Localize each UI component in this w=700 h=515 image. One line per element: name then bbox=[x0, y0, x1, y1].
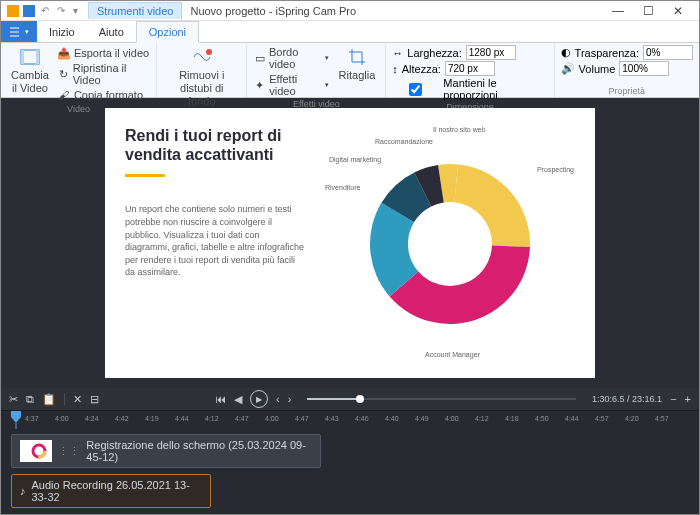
home-menu-button[interactable]: ▾ bbox=[1, 21, 37, 42]
tab-inizio[interactable]: Inizio bbox=[37, 21, 87, 42]
mantieni-label: Mantieni le proporzioni bbox=[443, 77, 547, 101]
chart-label-riv: Rivenditore bbox=[325, 184, 360, 191]
window-title: Nuovo progetto - iSpring Cam Pro bbox=[190, 5, 356, 17]
hamburger-icon bbox=[9, 27, 23, 37]
volume-input[interactable] bbox=[619, 61, 669, 76]
ribbon-group-video: Cambia il Video 📤Esporta il video ↻Ripri… bbox=[1, 43, 157, 97]
tab-aiuto[interactable]: Aiuto bbox=[87, 21, 136, 42]
minimize-button[interactable]: — bbox=[603, 2, 633, 20]
ruler-tick: 4:57 bbox=[595, 415, 609, 422]
undo-icon[interactable]: ↶ bbox=[39, 5, 51, 16]
prev-frame-icon[interactable]: ◀ bbox=[234, 393, 242, 406]
ruler-tick: 4:18 bbox=[505, 415, 519, 422]
ripristina-video-button[interactable]: ↻Ripristina il Video bbox=[57, 61, 150, 87]
trim-icon[interactable]: ⊟ bbox=[90, 393, 99, 406]
ruler-tick: 4:57 bbox=[655, 415, 669, 422]
ruler-tick: 4:44 bbox=[175, 415, 189, 422]
chart-label-top: Il nostro sito web bbox=[433, 126, 486, 133]
altezza-input[interactable] bbox=[445, 61, 495, 76]
restore-icon: ↻ bbox=[57, 67, 70, 81]
ribbon-group-dimensione: ↔Larghezza: ↕Altezza: Mantieni le propor… bbox=[386, 43, 554, 97]
crop-icon bbox=[347, 47, 367, 67]
esporta-video-button[interactable]: 📤Esporta il video bbox=[57, 45, 150, 61]
timeline-ruler[interactable]: 4:374:004:244:424:194:444:124:474:004:47… bbox=[1, 410, 699, 428]
title-bar: ↶ ↷ ▾ Strumenti video Nuovo progetto - i… bbox=[1, 1, 699, 21]
video-stage: Rendi i tuoi report di vendita accattiva… bbox=[1, 98, 699, 388]
save-icon[interactable] bbox=[23, 5, 35, 17]
chevron-down-icon: ▾ bbox=[325, 81, 329, 89]
ribbon-group-effetti-audio: Rimuovi i distubi di fondo Effetti Audio bbox=[157, 43, 247, 97]
chevron-down-icon: ▾ bbox=[325, 54, 329, 62]
video-clip-label: Registrazione dello schermo (25.03.2024 … bbox=[86, 439, 312, 463]
ruler-tick: 4:44 bbox=[565, 415, 579, 422]
mantieni-checkbox[interactable] bbox=[392, 83, 439, 96]
qat-dropdown-icon[interactable]: ▾ bbox=[71, 5, 80, 16]
redo-icon[interactable]: ↷ bbox=[55, 5, 67, 16]
step-forward-icon[interactable]: › bbox=[288, 393, 292, 405]
film-icon bbox=[19, 47, 41, 67]
maximize-button[interactable]: ☐ bbox=[633, 2, 663, 20]
group-label-proprieta: Proprietà bbox=[561, 85, 693, 97]
chart-label-pro: Prospecting bbox=[537, 166, 574, 173]
ruler-tick: 4:24 bbox=[85, 415, 99, 422]
separator bbox=[64, 393, 65, 405]
ruler-tick: 4:46 bbox=[355, 415, 369, 422]
larghezza-input[interactable] bbox=[466, 45, 516, 60]
trasparenza-label: Trasparenza: bbox=[575, 47, 639, 59]
cambia-video-button[interactable]: Cambia il Video bbox=[7, 45, 53, 97]
volume-label: Volume bbox=[579, 63, 616, 75]
ribbon-group-proprieta: ◐Trasparenza: 🔊Volume Proprietà bbox=[555, 43, 699, 97]
accent-bar bbox=[125, 174, 165, 177]
ruler-tick: 4:12 bbox=[475, 415, 489, 422]
cut-icon[interactable]: ✂ bbox=[9, 393, 18, 406]
effects-icon: ✦ bbox=[253, 78, 266, 92]
music-note-icon: ♪ bbox=[20, 485, 26, 497]
copia-formato-button[interactable]: 🖌Copia formato bbox=[57, 87, 150, 103]
close-button[interactable]: ✕ bbox=[663, 2, 693, 20]
svg-rect-1 bbox=[21, 50, 24, 64]
ruler-tick: 4:49 bbox=[415, 415, 429, 422]
svg-point-3 bbox=[206, 49, 212, 55]
time-display: 1:30:6.5 / 23:16.1 bbox=[592, 394, 662, 404]
timeline-tracks: ⋮⋮ Registrazione dello schermo (25.03.20… bbox=[1, 428, 699, 515]
paste-icon[interactable]: 📋 bbox=[42, 393, 56, 406]
audio-clip-label: Audio Recording 26.05.2021 13-33-32 bbox=[32, 479, 203, 503]
effetti-video-button[interactable]: ✦Effetti video▾ bbox=[253, 72, 328, 98]
altezza-label: Altezza: bbox=[402, 63, 441, 75]
slide-body: Un report che contiene solo numeri e tes… bbox=[125, 203, 305, 279]
transparency-icon: ◐ bbox=[561, 46, 571, 59]
ruler-tick: 4:37 bbox=[25, 415, 39, 422]
chart-label-dig: Digital marketing bbox=[329, 156, 381, 163]
chart-label-acc: Account Manager bbox=[425, 351, 480, 358]
app-icon bbox=[7, 5, 19, 17]
delete-icon[interactable]: ✕ bbox=[73, 393, 82, 406]
tab-opzioni[interactable]: Opzioni bbox=[136, 21, 199, 43]
playback-controls: ✂ ⧉ 📋 ✕ ⊟ ⏮ ◀ ▶ ‹ › 1:30:6.5 / 23:16.1 −… bbox=[1, 388, 699, 410]
zoom-in-icon[interactable]: + bbox=[685, 393, 691, 405]
svg-rect-2 bbox=[36, 50, 39, 64]
ruler-tick: 4:47 bbox=[295, 415, 309, 422]
playhead-icon[interactable] bbox=[11, 411, 21, 429]
skip-start-icon[interactable]: ⏮ bbox=[215, 393, 226, 405]
contextual-tab-label: Strumenti video bbox=[88, 2, 182, 19]
trasparenza-input[interactable] bbox=[643, 45, 693, 60]
copy-icon[interactable]: ⧉ bbox=[26, 393, 34, 406]
ruler-tick: 4:50 bbox=[535, 415, 549, 422]
step-back-icon[interactable]: ‹ bbox=[276, 393, 280, 405]
volume-icon: 🔊 bbox=[561, 62, 575, 75]
progress-bar[interactable] bbox=[307, 398, 576, 400]
play-button[interactable]: ▶ bbox=[250, 390, 268, 408]
slide-heading: Rendi i tuoi report di vendita accattiva… bbox=[125, 126, 305, 164]
slide-preview[interactable]: Rendi i tuoi report di vendita accattiva… bbox=[105, 108, 595, 378]
ruler-tick: 4:40 bbox=[385, 415, 399, 422]
larghezza-label: Larghezza: bbox=[407, 47, 461, 59]
bordo-video-button[interactable]: ▭Bordo video▾ bbox=[253, 45, 328, 71]
ritaglia-button[interactable]: Ritaglia bbox=[335, 45, 380, 84]
rimuovi-disturbi-button[interactable]: Rimuovi i distubi di fondo bbox=[163, 45, 240, 110]
video-clip[interactable]: ⋮⋮ Registrazione dello schermo (25.03.20… bbox=[11, 434, 321, 468]
ribbon-group-effetti-video: ▭Bordo video▾ ✦Effetti video▾ Ritaglia E… bbox=[247, 43, 386, 97]
ruler-tick: 4:42 bbox=[115, 415, 129, 422]
audio-clip[interactable]: ♪ Audio Recording 26.05.2021 13-33-32 bbox=[11, 474, 211, 508]
menu-bar: ▾ Inizio Aiuto Opzioni bbox=[1, 21, 699, 43]
zoom-out-icon[interactable]: − bbox=[670, 393, 676, 405]
